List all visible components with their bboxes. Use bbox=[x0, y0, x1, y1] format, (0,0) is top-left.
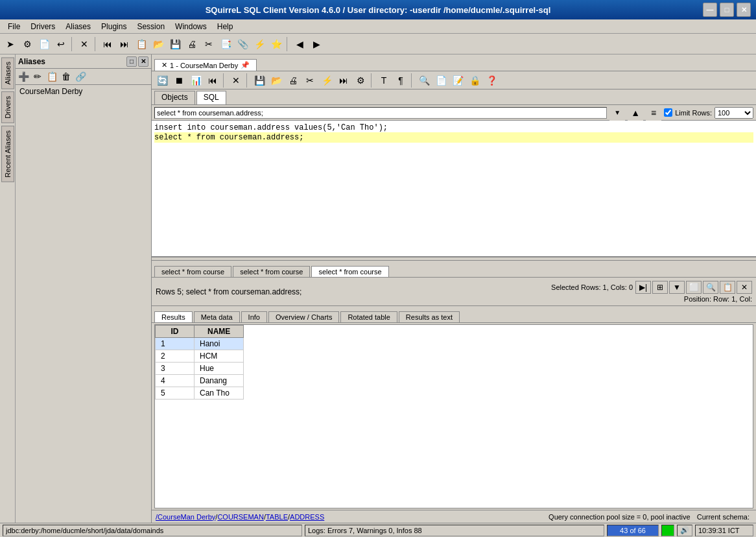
result-tab-text[interactable]: Results as text bbox=[399, 311, 460, 322]
breadcrumb-courseman-schema[interactable]: COURSEMAN bbox=[217, 513, 264, 521]
tab-sql[interactable]: SQL bbox=[196, 91, 226, 104]
menu-item-windows[interactable]: Windows bbox=[170, 21, 212, 32]
breadcrumb-address[interactable]: ADDRESS bbox=[290, 513, 324, 521]
result-tab-charts[interactable]: Overview / Charts bbox=[268, 311, 339, 322]
sec-btn-8[interactable]: 🖨 bbox=[285, 73, 301, 88]
query-tab-1[interactable]: select * from course bbox=[154, 266, 231, 277]
menu-item-drivers[interactable]: Drivers bbox=[25, 21, 60, 32]
sec-btn-13[interactable]: T bbox=[376, 73, 392, 88]
toolbar-btn-4[interactable]: ↩ bbox=[53, 36, 69, 52]
tab-aliases[interactable]: Aliases bbox=[1, 57, 14, 89]
sec-btn-12[interactable]: ⚙ bbox=[353, 73, 368, 88]
alias-add-btn[interactable]: ➕ bbox=[17, 70, 30, 83]
alias-delete-btn[interactable]: 🗑 bbox=[60, 70, 73, 83]
close-button[interactable]: ✕ bbox=[737, 3, 751, 17]
sec-btn-2[interactable]: ⏹ bbox=[171, 73, 187, 88]
results-nav-btn-3[interactable]: ⬜ bbox=[686, 281, 702, 294]
table-row[interactable]: 1Hanoi bbox=[156, 338, 244, 350]
menu-item-help[interactable]: Help bbox=[212, 21, 239, 32]
results-nav-btn-1[interactable]: ▶| bbox=[635, 281, 651, 294]
maximize-button[interactable]: □ bbox=[720, 3, 734, 17]
sec-btn-9[interactable]: ✂ bbox=[302, 73, 318, 88]
sql-input[interactable] bbox=[154, 107, 607, 119]
sql-dropdown-btn[interactable]: ▼ bbox=[609, 105, 625, 121]
toolbar-btn-12[interactable]: ✂ bbox=[201, 36, 217, 52]
query-tab-3[interactable]: select * from course bbox=[311, 266, 388, 277]
toolbar-btn-2[interactable]: ⚙ bbox=[19, 36, 35, 52]
table-row[interactable]: 2HCM bbox=[156, 350, 244, 363]
results-selected-rows: Selected Rows: 1, Cols: 0 bbox=[551, 283, 633, 291]
tab-recent-aliases[interactable]: Recent Aliases bbox=[1, 126, 14, 182]
alias-item-courseman[interactable]: CourseMan Derby bbox=[16, 85, 151, 98]
sec-btn-16[interactable]: 📄 bbox=[433, 73, 449, 88]
limit-rows-checkbox[interactable] bbox=[664, 108, 672, 117]
menu-item-plugins[interactable]: Plugins bbox=[96, 21, 132, 32]
sec-btn-14[interactable]: ¶ bbox=[393, 73, 408, 88]
toolbar-btn-6[interactable]: ⏮ bbox=[100, 36, 115, 52]
toolbar-btn-9[interactable]: 📂 bbox=[150, 36, 166, 52]
sql-toolbar-row: ▼ ▲ ≡ Limit Rows: 100 500 1000 bbox=[152, 105, 756, 121]
sec-btn-17[interactable]: 📝 bbox=[450, 73, 466, 88]
limit-rows-dropdown[interactable]: 100 500 1000 bbox=[715, 107, 753, 119]
results-nav-dropdown[interactable]: ▼ bbox=[669, 281, 685, 294]
breadcrumb-courseman[interactable]: /CourseMan Derby bbox=[156, 513, 215, 521]
toolbar-btn-3[interactable]: 📄 bbox=[36, 36, 52, 52]
sql-format-btn[interactable]: ≡ bbox=[646, 105, 661, 121]
sec-btn-1[interactable]: 🔄 bbox=[154, 73, 170, 88]
results-nav-btn-6[interactable]: ✕ bbox=[737, 281, 752, 294]
sql-nav-up[interactable]: ▲ bbox=[628, 105, 643, 121]
breadcrumb-table[interactable]: TABLE bbox=[266, 513, 288, 521]
toolbar-btn-15[interactable]: ⚡ bbox=[252, 36, 267, 52]
toolbar-btn-5[interactable]: ✕ bbox=[77, 36, 92, 52]
toolbar-btn-13[interactable]: 📑 bbox=[218, 36, 233, 52]
table-row[interactable]: 4Danang bbox=[156, 375, 244, 387]
sql-editor[interactable]: insert into courseman.address values(5,'… bbox=[152, 121, 756, 257]
sec-btn-15[interactable]: 🔍 bbox=[416, 73, 432, 88]
result-tab-rotated[interactable]: Rotated table bbox=[340, 311, 397, 322]
toolbar-btn-17[interactable]: ◀ bbox=[292, 36, 307, 52]
menu-item-aliases[interactable]: Aliases bbox=[60, 21, 96, 32]
session-tab-close-icon[interactable]: ✕ bbox=[161, 61, 167, 69]
alias-edit-btn[interactable]: ✏ bbox=[31, 70, 44, 83]
tab-drivers[interactable]: Drivers bbox=[1, 91, 14, 123]
results-table-container[interactable]: ID NAME 1Hanoi2HCM3Hue4Danang5Can Tho bbox=[154, 324, 753, 508]
col-header-name[interactable]: NAME bbox=[195, 326, 244, 338]
toolbar-btn-11[interactable]: 🖨 bbox=[184, 36, 200, 52]
toolbar-btn-16[interactable]: ⭐ bbox=[268, 36, 284, 52]
sec-btn-6[interactable]: 💾 bbox=[252, 73, 267, 88]
result-tab-results[interactable]: Results bbox=[154, 311, 193, 322]
sec-btn-11[interactable]: ⏭ bbox=[336, 73, 351, 88]
alias-connect-btn[interactable]: 🔗 bbox=[74, 70, 87, 83]
alias-copy-btn[interactable]: 📋 bbox=[45, 70, 58, 83]
table-row[interactable]: 3Hue bbox=[156, 363, 244, 375]
result-tab-info[interactable]: Info bbox=[241, 311, 267, 322]
results-nav-btn-5[interactable]: 📋 bbox=[720, 281, 735, 294]
col-header-id[interactable]: ID bbox=[156, 326, 195, 338]
tab-objects[interactable]: Objects bbox=[154, 91, 195, 104]
table-row[interactable]: 5Can Tho bbox=[156, 387, 244, 400]
menu-item-file[interactable]: File bbox=[3, 21, 25, 32]
minimize-button[interactable]: — bbox=[703, 3, 717, 17]
aliases-panel-max[interactable]: □ bbox=[126, 56, 137, 67]
query-tab-2[interactable]: select * from course bbox=[233, 266, 310, 277]
results-nav-btn-4[interactable]: 🔍 bbox=[703, 281, 718, 294]
session-tab-1[interactable]: ✕ 1 - CourseMan Derby 📌 bbox=[154, 59, 257, 71]
results-nav-btn-2[interactable]: ⊞ bbox=[652, 281, 668, 294]
toolbar-btn-1[interactable]: ➤ bbox=[3, 36, 18, 52]
sec-btn-3[interactable]: 📊 bbox=[188, 73, 204, 88]
sec-btn-10[interactable]: ⚡ bbox=[319, 73, 335, 88]
toolbar-btn-14[interactable]: 📎 bbox=[235, 36, 250, 52]
menu-item-session[interactable]: Session bbox=[132, 21, 170, 32]
toolbar-separator-2 bbox=[95, 37, 97, 51]
toolbar-btn-7[interactable]: ⏭ bbox=[117, 36, 132, 52]
result-tab-metadata[interactable]: Meta data bbox=[194, 311, 240, 322]
toolbar-btn-8[interactable]: 📋 bbox=[134, 36, 149, 52]
aliases-panel-close[interactable]: ✕ bbox=[138, 56, 148, 67]
toolbar-btn-18[interactable]: ▶ bbox=[309, 36, 324, 52]
sec-btn-18[interactable]: 🔒 bbox=[467, 73, 482, 88]
sec-btn-7[interactable]: 📂 bbox=[268, 73, 284, 88]
sec-btn-19[interactable]: ❓ bbox=[484, 73, 499, 88]
sec-btn-4[interactable]: ⏮ bbox=[205, 73, 220, 88]
toolbar-btn-10[interactable]: 💾 bbox=[167, 36, 183, 52]
sec-btn-5[interactable]: ✕ bbox=[228, 73, 244, 88]
